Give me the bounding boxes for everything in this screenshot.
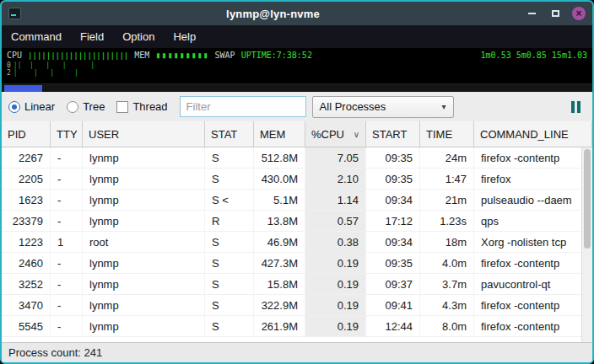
col-header-label: USER <box>89 128 119 141</box>
cell--cpu: 1.14 <box>305 190 366 210</box>
col-header-tty[interactable]: TTY <box>51 121 83 147</box>
cell-stat: S <box>205 169 254 189</box>
cell-command-line: Xorg -nolisten tcp <box>474 232 592 252</box>
cell-mem: 13.8M <box>254 211 305 231</box>
cell-mem: 46.9M <box>254 232 305 252</box>
checkbox-icon <box>116 101 128 113</box>
cell-tty: - <box>51 316 83 336</box>
window-buttons: × <box>525 7 586 20</box>
menu-option[interactable]: Option <box>113 25 164 48</box>
col-header-label: START <box>372 128 407 141</box>
col-header-time[interactable]: TIME <box>420 121 474 147</box>
cell-user: lynmp <box>83 316 205 336</box>
cell-stat: R <box>205 211 254 231</box>
menu-command[interactable]: Command <box>2 25 71 48</box>
cell-time: 4.3m <box>420 295 474 315</box>
table-row[interactable]: 2460-lynmpS427.3M0.1909:354.0mfirefox -c… <box>2 253 592 274</box>
radio-unchecked-icon <box>67 101 78 113</box>
load-graph: CPU |||||||||||||||||||||| MEM ▮▮▮▮▮▮▮▮▮… <box>2 48 592 83</box>
cell-start: 09:37 <box>366 274 420 294</box>
col-header-start[interactable]: START <box>366 121 420 147</box>
cell--cpu: 0.19 <box>305 295 366 315</box>
table-row[interactable]: 5545-lynmpS261.9M0.1912:448.0mfirefox -c… <box>2 316 592 337</box>
cell-user: lynmp <box>83 147 205 168</box>
cell--cpu: 0.19 <box>305 316 366 336</box>
load-graph-line1: CPU |||||||||||||||||||||| MEM ▮▮▮▮▮▮▮▮▮… <box>7 51 587 60</box>
cell-stat: S <box>205 316 254 336</box>
col-header-pid[interactable]: PID <box>2 121 51 147</box>
col-header-command-line[interactable]: COMMAND_LINE <box>474 121 592 147</box>
core-row: 0|| | | | | <box>7 62 587 69</box>
col-header-label: TTY <box>57 128 78 141</box>
graph-scrollbar[interactable] <box>2 83 592 92</box>
col-header-user[interactable]: USER <box>83 121 205 147</box>
cell-user: lynmp <box>83 274 205 294</box>
graph-scrollbar-thumb[interactable] <box>4 85 42 92</box>
cell--cpu: 0.38 <box>305 232 366 252</box>
core0-label: 0 <box>7 62 11 69</box>
cell-user: lynmp <box>83 211 205 231</box>
maximize-button[interactable] <box>548 7 562 20</box>
cell-start: 09:34 <box>366 190 420 210</box>
vertical-scrollbar[interactable] <box>581 147 592 342</box>
per-core-bars: 0|| | | | | 2| | | | <box>7 62 587 77</box>
process-table: PIDTTYUSERSTATMEM%CPU∨STARTTIMECOMMAND_L… <box>2 121 592 342</box>
cell-tty: - <box>51 295 83 315</box>
pause-icon <box>577 101 580 113</box>
titlebar[interactable]: lynmp@lyn-nvme × <box>2 2 592 25</box>
cell-pid: 1223 <box>2 232 51 252</box>
cpu-bar: |||||||||||||||||||||| <box>28 51 128 60</box>
linear-radio[interactable]: Linear <box>8 100 55 113</box>
app-window: lynmp@lyn-nvme × CommandFieldOptionHelp … <box>0 0 594 364</box>
menu-help[interactable]: Help <box>164 25 205 48</box>
col-header-stat[interactable]: STAT <box>205 121 254 147</box>
cell-tty: - <box>51 169 83 189</box>
cell-user: lynmp <box>83 190 205 210</box>
cell-tty: - <box>51 253 83 273</box>
table-row[interactable]: 1623-lynmpS <5.1M1.1409:3421mpulseaudio … <box>2 190 592 211</box>
swap-label: SWAP <box>215 51 235 60</box>
cell-user: lynmp <box>83 295 205 315</box>
table-row[interactable]: 2267-lynmpS512.8M7.0509:3524mfirefox -co… <box>2 147 592 169</box>
cell-mem: 512.8M <box>254 147 305 168</box>
linear-radio-label: Linear <box>24 100 55 113</box>
col-header--cpu[interactable]: %CPU∨ <box>305 121 366 147</box>
cell-stat: S <box>205 274 254 294</box>
table-row[interactable]: 23379-lynmpR13.8M0.5717:121.23sqps <box>2 211 592 232</box>
table-row[interactable]: 2205-lynmpS430.0M2.1009:351:47firefox <box>2 169 592 190</box>
cell-command-line: firefox -contentp <box>474 253 592 273</box>
cell-start: 17:12 <box>366 211 420 231</box>
radio-checked-icon <box>8 101 20 113</box>
cell-command-line: firefox -contentp <box>474 147 592 168</box>
cell-time: 1.23s <box>420 211 474 231</box>
col-header-mem[interactable]: MEM <box>254 121 305 147</box>
menu-bar: CommandFieldOptionHelp <box>2 25 592 48</box>
cell-pid: 23379 <box>2 211 51 231</box>
pause-button[interactable] <box>566 98 586 116</box>
table-row[interactable]: 3470-lynmpS322.9M0.1909:414.3mfirefox -c… <box>2 295 592 316</box>
tree-radio[interactable]: Tree <box>67 100 105 113</box>
cell-user: lynmp <box>83 253 205 273</box>
table-body: 2267-lynmpS512.8M7.0509:3524mfirefox -co… <box>2 147 592 342</box>
vertical-scrollbar-thumb[interactable] <box>584 149 591 249</box>
terminal-icon <box>8 8 21 19</box>
filter-input[interactable] <box>180 96 306 117</box>
core-row: 2| | | | <box>7 69 587 77</box>
cell-stat: S <box>205 147 254 168</box>
table-row[interactable]: 12231rootS46.9M0.3809:3418mXorg -noliste… <box>2 232 592 253</box>
close-button[interactable]: × <box>572 7 586 20</box>
cell-pid: 2205 <box>2 169 51 189</box>
table-row[interactable]: 3252-lynmpS15.8M0.1909:373.7mpavucontrol… <box>2 274 592 295</box>
thread-checkbox-label: Thread <box>132 100 167 113</box>
minimize-button[interactable] <box>525 7 538 20</box>
cell-start: 09:35 <box>366 147 420 168</box>
menu-field[interactable]: Field <box>71 25 113 48</box>
cell-pid: 2460 <box>2 253 51 273</box>
core2-label: 2 <box>7 69 11 77</box>
status-bar: Process count: 241 <box>2 342 592 362</box>
cell-user: root <box>83 232 205 252</box>
cell-command-line: pavucontrol-qt <box>474 274 592 294</box>
thread-checkbox[interactable]: Thread <box>116 100 167 113</box>
process-scope-select[interactable]: All Processes ▾ <box>312 96 454 118</box>
cpu-label: CPU <box>7 51 22 60</box>
